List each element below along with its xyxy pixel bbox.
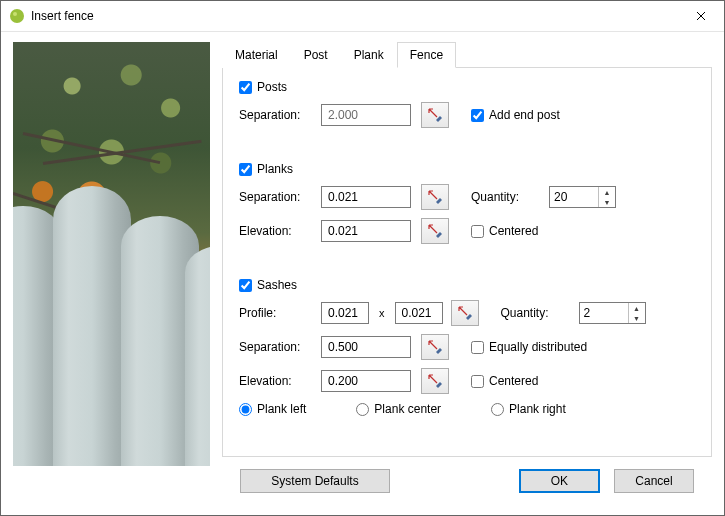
planks-quantity-label: Quantity: bbox=[471, 190, 541, 204]
align-plank-left-radio[interactable] bbox=[239, 403, 252, 416]
sashes-quantity-label: Quantity: bbox=[501, 306, 571, 320]
sashes-profile-pick-button[interactable] bbox=[451, 300, 479, 326]
sashes-equally-label: Equally distributed bbox=[489, 340, 587, 354]
planks-elevation-label: Elevation: bbox=[239, 224, 313, 238]
planks-quantity-spinner[interactable]: ▲▼ bbox=[549, 186, 616, 208]
align-plank-center-option[interactable]: Plank center bbox=[356, 402, 441, 416]
spin-down-icon[interactable]: ▼ bbox=[629, 313, 645, 323]
preview-image bbox=[13, 42, 210, 466]
picker-icon bbox=[427, 373, 443, 389]
sashes-equally-checkbox[interactable] bbox=[471, 341, 484, 354]
add-end-post-label: Add end post bbox=[489, 108, 560, 122]
sashes-centered-checkbox[interactable] bbox=[471, 375, 484, 388]
spin-up-icon[interactable]: ▲ bbox=[599, 187, 615, 197]
times-symbol: x bbox=[379, 307, 385, 319]
sashes-profile-label: Profile: bbox=[239, 306, 313, 320]
group-planks: Planks Separation: Quantity: ▲▼ bbox=[239, 162, 695, 252]
align-plank-center-label: Plank center bbox=[374, 402, 441, 416]
planks-elevation-input[interactable] bbox=[321, 220, 411, 242]
planks-quantity-input[interactable] bbox=[550, 187, 598, 207]
system-defaults-button[interactable]: System Defaults bbox=[240, 469, 390, 493]
planks-separation-label: Separation: bbox=[239, 190, 313, 204]
group-sashes: Sashes Profile: x Quantity: ▲▼ bbox=[239, 278, 695, 416]
svg-point-0 bbox=[10, 9, 24, 23]
sashes-profile-w-input[interactable] bbox=[321, 302, 369, 324]
close-icon bbox=[696, 11, 706, 21]
picker-icon bbox=[427, 107, 443, 123]
sashes-separation-input[interactable] bbox=[321, 336, 411, 358]
tab-panel-fence: Posts Separation: Add end post bbox=[222, 67, 712, 457]
sashes-profile-h-input[interactable] bbox=[395, 302, 443, 324]
group-posts: Posts Separation: Add end post bbox=[239, 80, 695, 136]
sashes-enabled-checkbox[interactable] bbox=[239, 279, 252, 292]
picker-icon bbox=[427, 189, 443, 205]
app-icon bbox=[9, 8, 25, 24]
align-plank-left-label: Plank left bbox=[257, 402, 306, 416]
cancel-button[interactable]: Cancel bbox=[614, 469, 694, 493]
posts-enabled-checkbox[interactable] bbox=[239, 81, 252, 94]
posts-label: Posts bbox=[257, 80, 287, 94]
window-title: Insert fence bbox=[31, 9, 678, 23]
planks-centered-label: Centered bbox=[489, 224, 538, 238]
close-button[interactable] bbox=[678, 1, 724, 31]
spin-up-icon[interactable]: ▲ bbox=[629, 303, 645, 313]
planks-enabled-checkbox[interactable] bbox=[239, 163, 252, 176]
align-plank-right-option[interactable]: Plank right bbox=[491, 402, 566, 416]
sashes-elevation-input[interactable] bbox=[321, 370, 411, 392]
sashes-elevation-label: Elevation: bbox=[239, 374, 313, 388]
picker-icon bbox=[427, 223, 443, 239]
align-plank-center-radio[interactable] bbox=[356, 403, 369, 416]
sashes-quantity-input[interactable] bbox=[580, 303, 628, 323]
planks-label: Planks bbox=[257, 162, 293, 176]
tab-fence[interactable]: Fence bbox=[397, 42, 456, 68]
align-plank-right-radio[interactable] bbox=[491, 403, 504, 416]
tab-plank[interactable]: Plank bbox=[341, 42, 397, 68]
planks-separation-pick-button[interactable] bbox=[421, 184, 449, 210]
ok-button[interactable]: OK bbox=[519, 469, 600, 493]
planks-centered-option[interactable]: Centered bbox=[471, 224, 538, 238]
sashes-equally-option[interactable]: Equally distributed bbox=[471, 340, 587, 354]
sashes-elevation-pick-button[interactable] bbox=[421, 368, 449, 394]
sashes-separation-label: Separation: bbox=[239, 340, 313, 354]
dialog-footer: System Defaults OK Cancel bbox=[222, 457, 712, 505]
add-end-post-option[interactable]: Add end post bbox=[471, 108, 560, 122]
picker-icon bbox=[427, 339, 443, 355]
sashes-separation-pick-button[interactable] bbox=[421, 334, 449, 360]
posts-separation-pick-button[interactable] bbox=[421, 102, 449, 128]
planks-centered-checkbox[interactable] bbox=[471, 225, 484, 238]
tab-material[interactable]: Material bbox=[222, 42, 291, 68]
dialog-insert-fence: Insert fence Material Post Plank Fence bbox=[0, 0, 725, 516]
spin-down-icon[interactable]: ▼ bbox=[599, 197, 615, 207]
sashes-quantity-spinner[interactable]: ▲▼ bbox=[579, 302, 646, 324]
titlebar: Insert fence bbox=[1, 1, 724, 32]
tab-bar: Material Post Plank Fence bbox=[222, 42, 712, 68]
posts-separation-label: Separation: bbox=[239, 108, 313, 122]
sashes-label: Sashes bbox=[257, 278, 297, 292]
posts-separation-input[interactable] bbox=[321, 104, 411, 126]
svg-point-1 bbox=[13, 12, 17, 16]
tab-post[interactable]: Post bbox=[291, 42, 341, 68]
sashes-centered-label: Centered bbox=[489, 374, 538, 388]
add-end-post-checkbox[interactable] bbox=[471, 109, 484, 122]
planks-elevation-pick-button[interactable] bbox=[421, 218, 449, 244]
align-plank-left-option[interactable]: Plank left bbox=[239, 402, 306, 416]
align-plank-right-label: Plank right bbox=[509, 402, 566, 416]
picker-icon bbox=[457, 305, 473, 321]
planks-separation-input[interactable] bbox=[321, 186, 411, 208]
sashes-centered-option[interactable]: Centered bbox=[471, 374, 538, 388]
